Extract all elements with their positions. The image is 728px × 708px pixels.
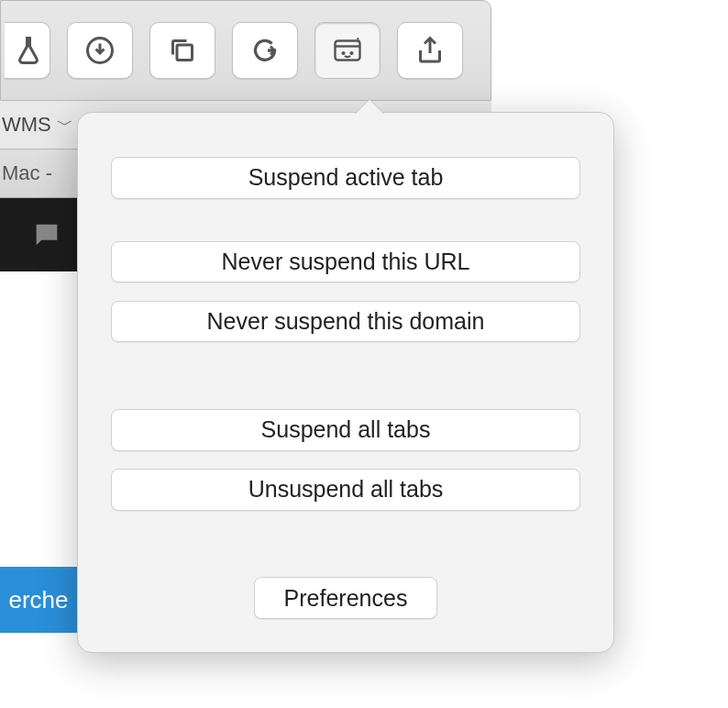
- svg-point-4: [351, 52, 353, 54]
- extension-popover: Suspend active tab Never suspend this UR…: [77, 112, 614, 653]
- unsuspend-all-button[interactable]: Unsuspend all tabs: [111, 469, 580, 511]
- search-button-label: erche: [8, 586, 68, 614]
- chat-icon[interactable]: [31, 219, 62, 250]
- svg-rect-1: [177, 45, 193, 61]
- never-suspend-domain-button[interactable]: Never suspend this domain: [111, 301, 580, 343]
- suspend-all-button[interactable]: Suspend all tabs: [111, 409, 580, 451]
- copy-icon[interactable]: [149, 22, 215, 79]
- download-icon[interactable]: [67, 22, 133, 79]
- active-tab-title[interactable]: Mac -: [2, 161, 52, 185]
- preferences-button[interactable]: Preferences: [254, 577, 437, 619]
- flask-icon[interactable]: [5, 22, 50, 79]
- bookmark-folder-wms[interactable]: WMS ﹀: [2, 113, 73, 137]
- browser-toolbar: [0, 0, 491, 101]
- search-button[interactable]: erche: [0, 567, 77, 633]
- tab-bar: Mac -: [0, 149, 77, 198]
- share-icon[interactable]: [397, 22, 463, 79]
- svg-point-3: [343, 52, 345, 54]
- suspend-active-button[interactable]: Suspend active tab: [111, 157, 580, 199]
- never-suspend-url-button[interactable]: Never suspend this URL: [111, 241, 580, 283]
- bookmark-label: WMS: [2, 113, 51, 137]
- grammarly-icon[interactable]: [232, 22, 298, 79]
- page-header-dark: [0, 198, 77, 271]
- chevron-down-icon: ﹀: [57, 114, 73, 136]
- suspender-icon[interactable]: [314, 22, 381, 79]
